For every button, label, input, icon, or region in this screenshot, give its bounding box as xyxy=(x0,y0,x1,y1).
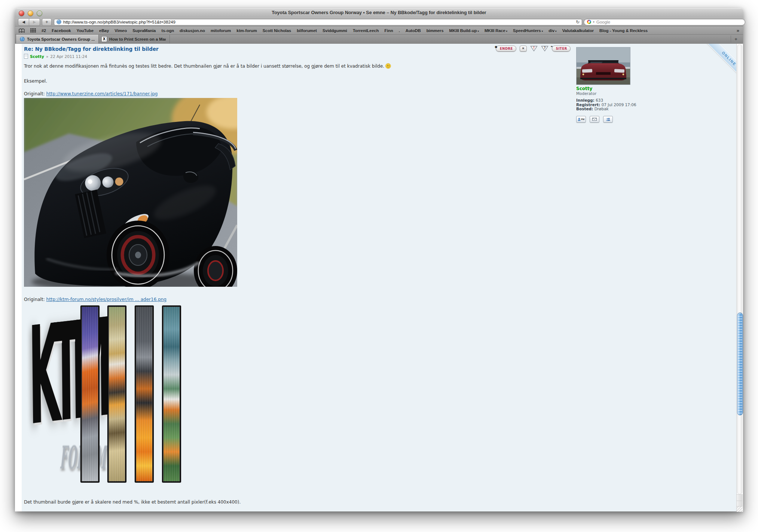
chevron-down-icon: ▾ xyxy=(506,30,508,33)
profile-username-link[interactable]: Scotty xyxy=(576,86,592,91)
bookmark-item[interactable]: ts-ogn xyxy=(162,28,174,33)
profile-rank: Moderator xyxy=(576,91,596,96)
scroll-up-button[interactable] xyxy=(737,494,743,501)
scrollbar-thumb[interactable] xyxy=(737,313,743,415)
email-button[interactable] xyxy=(590,116,599,123)
bookmark-item[interactable]: bimmers xyxy=(427,28,444,33)
bookmark-item[interactable]: Vimeo xyxy=(114,28,127,33)
quote-post-button[interactable]: ❝ SITER xyxy=(552,46,571,52)
bookmark-item[interactable]: mitoforum xyxy=(211,28,231,33)
browser-window: Toyota Sportscar Owners Group Norway • S… xyxy=(15,8,743,511)
originalt-line: Originalt: http://www.tunerzine.com/arti… xyxy=(24,91,158,96)
report-post-button[interactable]: ! xyxy=(530,46,538,52)
globe-favicon-icon xyxy=(20,37,25,41)
titlebar[interactable]: Toyota Sportscar Owners Group Norway • S… xyxy=(15,8,743,18)
messenger-button[interactable] xyxy=(603,116,613,123)
back-button[interactable]: ◀ xyxy=(18,18,29,26)
bookmark-item[interactable]: SupraMania xyxy=(132,28,156,33)
bookmarks-book-icon[interactable] xyxy=(19,28,25,33)
stat-row: Bosted: Drøbak xyxy=(576,107,636,111)
info-post-button[interactable]: ? xyxy=(541,46,548,52)
people-icon xyxy=(606,118,610,121)
chevron-down-icon: ▾ xyxy=(542,30,543,33)
thumbnail-motocross-image[interactable] xyxy=(107,305,126,483)
post-actions: ✱ ENDRE ✖ ! ? ❝ SITER xyxy=(496,46,571,52)
bookmark-item[interactable]: #2 xyxy=(42,28,46,33)
pm-label: PM xyxy=(581,118,584,120)
forward-button[interactable]: ▶ xyxy=(29,18,40,26)
bookmark-item[interactable]: AutoDB xyxy=(406,28,421,33)
byline-separator: » xyxy=(46,54,48,59)
search-placeholder[interactable]: Google xyxy=(596,20,610,24)
bookmark-item[interactable]: Sviddgummi xyxy=(323,28,347,33)
post-title-link[interactable]: Re: Ny BBkode/Tagg for direktelinking ti… xyxy=(24,46,159,52)
zoom-window-button[interactable] xyxy=(37,10,42,16)
avatar[interactable] xyxy=(576,47,630,85)
post-author-link[interactable]: Scotty xyxy=(30,54,44,59)
close-window-button[interactable] xyxy=(19,10,24,16)
chevron-down-icon: ▾ xyxy=(555,30,557,33)
post-paragraph: Tror nok at denne modifikasjonen må fint… xyxy=(24,63,391,69)
supra-photo[interactable] xyxy=(24,98,237,287)
thumbnail-mountain-image[interactable] xyxy=(162,305,181,483)
bookmark-folder[interactable]: SpeedHunters▾ xyxy=(513,28,543,33)
post-page-icon xyxy=(24,54,28,59)
bookmark-item[interactable]: ktm-forum xyxy=(236,28,257,33)
globe-favicon-icon xyxy=(56,19,61,24)
profile-stats: Innlegg: 633 Registrert: 07 Jul 2009 17:… xyxy=(576,98,636,111)
private-message-button[interactable]: PM xyxy=(576,116,586,123)
bookmark-item[interactable]: Blog - Young & Reckless xyxy=(599,28,648,33)
new-tab-toolbar-button[interactable]: + xyxy=(42,18,52,26)
top-sites-grid-icon[interactable] xyxy=(30,28,36,33)
forum-page: ONLINE Re: Ny BBkode/Tagg for direktelin… xyxy=(15,44,737,511)
search-engine-dropdown-icon[interactable]: ▼ xyxy=(593,21,595,23)
bookmark-item[interactable]: YouTube xyxy=(77,28,94,33)
address-bar[interactable]: http://www.ts-ogn.no/phpBB3/viewtopic.ph… xyxy=(54,19,582,25)
tab-active[interactable]: Toyota Sportscar Owners Group ... xyxy=(16,35,99,43)
google-icon xyxy=(587,20,591,24)
bookmark-item[interactable]: eBay xyxy=(99,28,109,33)
page-content: ONLINE Re: Ny BBkode/Tagg for direktelin… xyxy=(15,44,743,511)
post-paragraph: Det thumbnail burde gjøre er å skalere n… xyxy=(24,499,241,505)
minimize-window-button[interactable] xyxy=(28,10,33,16)
quote-icon: ❝ xyxy=(551,44,553,50)
bookmark-item[interactable]: Facebook xyxy=(52,28,71,33)
bookmark-folder[interactable]: MKIII Build-up▾ xyxy=(449,28,479,33)
url-text[interactable]: http://www.ts-ogn.no/phpBB3/viewtopic.ph… xyxy=(63,20,574,24)
edit-star-icon: ✱ xyxy=(495,44,498,50)
delete-post-button[interactable]: ✖ xyxy=(520,46,527,52)
bookmark-item[interactable]: Finn xyxy=(384,28,393,33)
smiley-icon xyxy=(385,63,391,69)
bookmark-folder[interactable]: MKIII Race▾ xyxy=(485,28,507,33)
desktop: Toyota Sportscar Owners Group Norway • S… xyxy=(0,0,758,532)
tab-label: Toyota Sportscar Owners Group ... xyxy=(27,37,95,41)
tab-bar: Toyota Sportscar Owners Group ... X How … xyxy=(15,35,743,44)
bookmark-item[interactable]: . xyxy=(399,28,400,33)
vertical-scrollbar[interactable] xyxy=(736,44,743,511)
scrollbar-track[interactable] xyxy=(737,44,742,494)
x-favicon-icon: X xyxy=(101,36,107,42)
tab-inactive[interactable]: X How to Print Screen on a Mac xyxy=(98,35,170,43)
bookmark-item[interactable]: Valutakalkulator xyxy=(562,28,594,33)
thumbnail-building-image[interactable] xyxy=(80,305,100,483)
tab-label: How to Print Screen on a Mac xyxy=(109,37,166,41)
bookmarks-overflow-chevron[interactable]: » xyxy=(737,28,739,33)
search-field[interactable]: ▼ Google xyxy=(584,19,745,25)
bookmark-folder[interactable]: div▾ xyxy=(548,28,556,33)
post-paragraph: Eksempel. xyxy=(24,79,47,84)
banner-link[interactable]: http://www.tunerzine.com/articles/171/ba… xyxy=(46,91,158,96)
person-icon xyxy=(578,118,581,121)
bookmark-item[interactable]: diskusjon.no xyxy=(180,28,205,33)
chevron-down-icon: ▾ xyxy=(477,30,479,33)
post-date: 22 Apr 2011 11:24 xyxy=(50,54,87,59)
reload-icon[interactable]: ↻ xyxy=(576,19,580,25)
bookmark-item[interactable]: Scott Nicholas xyxy=(263,28,291,33)
bookmark-item[interactable]: bilforumet xyxy=(297,28,317,33)
resize-grip[interactable] xyxy=(737,506,743,512)
window-title: Toyota Sportscar Owners Group Norway • S… xyxy=(272,10,486,15)
thumbnail-firebike-image[interactable] xyxy=(135,305,154,483)
browser-toolbar: ◀ ▶ + http://www.ts-ogn.no/phpBB3/viewto… xyxy=(15,18,743,27)
edit-post-button[interactable]: ✱ ENDRE xyxy=(496,46,516,52)
bookmark-item[interactable]: TorrentLeech xyxy=(353,28,379,33)
new-tab-button[interactable]: + xyxy=(731,36,741,43)
